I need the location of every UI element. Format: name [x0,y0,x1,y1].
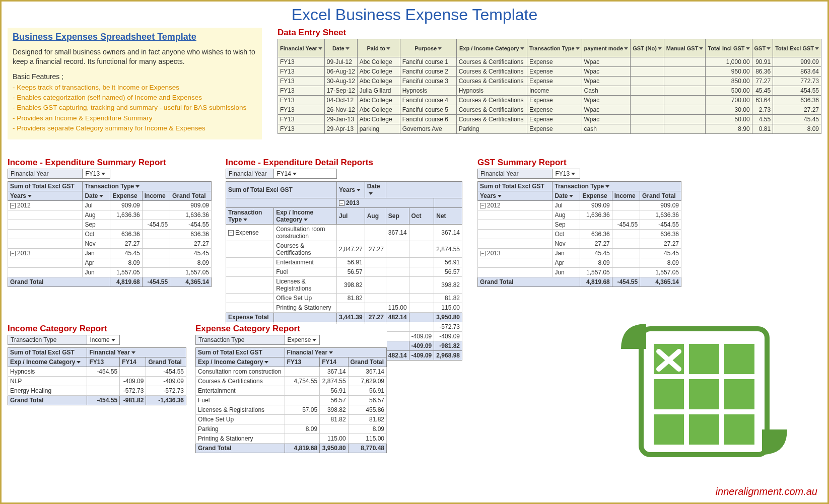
cell[interactable]: Courses & Certifications [456,105,527,115]
dropdown-icon[interactable] [131,351,135,354]
cell[interactable]: 30-Aug-12 [324,77,357,86]
cell[interactable]: Governors Ave [400,124,456,134]
filter-icon[interactable] [318,47,322,50]
cat-label[interactable]: Exp / Income Category [274,208,337,225]
dropdown-icon[interactable] [304,219,308,221]
cell[interactable]: Abc College [357,57,400,67]
tt-value[interactable]: Income [87,335,120,345]
cell[interactable]: 17-Sep-12 [324,86,357,96]
col-incl[interactable]: Total Incl GST [706,39,752,57]
cell[interactable]: Courses & Certifications [456,67,527,77]
cell[interactable] [631,105,664,115]
cell[interactable]: FY13 [278,77,325,86]
dropdown-icon[interactable] [569,195,573,197]
cell[interactable]: FY13 [278,86,325,96]
cell[interactable]: 09-Jul-12 [324,57,357,67]
dropdown-icon[interactable] [369,192,373,195]
cell[interactable]: 950.00 [706,67,752,77]
cell[interactable] [664,67,706,77]
cell[interactable]: Fanciful course 2 [400,67,456,77]
cat-label[interactable]: Exp / Income Category [196,357,285,367]
cell[interactable] [664,115,706,124]
col-years[interactable]: Years [8,191,83,201]
col-excl[interactable]: Total Excl GST [773,39,821,57]
cell[interactable]: 863.64 [773,67,821,77]
dropdown-icon[interactable] [135,185,140,188]
cell[interactable] [664,124,706,134]
collapse-icon[interactable]: − [10,251,16,256]
cell[interactable]: 1,000.00 [706,57,752,67]
cell[interactable]: 29-Jan-13 [324,115,357,124]
cell[interactable]: Abc College [357,105,400,115]
cell[interactable]: 2.73 [752,105,773,115]
dropdown-icon[interactable] [312,339,316,341]
cell[interactable]: 27.27 [773,105,821,115]
cell[interactable]: FY13 [278,96,325,105]
filter-icon[interactable] [576,47,580,50]
cell[interactable] [664,96,706,105]
cell[interactable]: Courses & Certifications [456,115,527,124]
dropdown-icon[interactable] [243,219,247,221]
cell[interactable]: Fanciful course 6 [400,115,456,124]
filter-icon[interactable] [699,47,703,50]
cell[interactable]: 04-Oct-12 [324,96,357,105]
cell[interactable]: Fanciful course 3 [400,77,456,86]
cell[interactable]: 77.27 [752,77,773,86]
date-label[interactable]: Date [365,182,386,198]
cell[interactable]: 50.00 [706,115,752,124]
cell[interactable]: FY13 [278,105,325,115]
tt-label[interactable]: Transaction Type [83,182,212,191]
col-mgst[interactable]: Manual GST [664,39,706,57]
cell[interactable]: Income [527,86,582,96]
cell[interactable] [664,77,706,86]
cell[interactable]: Hypnosis [400,86,456,96]
cell[interactable] [631,57,664,67]
cell[interactable]: 772.73 [773,77,821,86]
collapse-icon[interactable]: − [10,203,16,208]
cell[interactable]: 86.36 [752,67,773,77]
dropdown-icon[interactable] [77,361,81,364]
filter-icon[interactable] [386,47,390,50]
cell[interactable]: Abc College [357,77,400,86]
cell[interactable]: Wpac [582,96,631,105]
cell[interactable]: Expense [527,77,582,86]
cell[interactable]: Wpac [582,67,631,77]
fy-label[interactable]: Financial Year [285,348,386,357]
cell[interactable] [631,115,664,124]
cell[interactable]: 45.45 [773,115,821,124]
dropdown-icon[interactable] [28,195,32,197]
cell[interactable]: 850.00 [706,77,752,86]
cell[interactable]: Abc College [357,115,400,124]
col-purpose[interactable]: Purpose [400,39,456,57]
cell[interactable]: FY13 [278,67,325,77]
cell[interactable] [631,124,664,134]
cell[interactable]: 90.91 [752,57,773,67]
col-gst[interactable]: GST [752,39,773,57]
cell[interactable]: 26-Nov-12 [324,105,357,115]
filter-icon[interactable] [815,47,819,50]
cell[interactable]: Abc College [357,96,400,105]
dropdown-icon[interactable] [293,173,297,175]
filter-value[interactable]: FY13 [83,169,110,179]
cell[interactable]: 454.55 [773,86,821,96]
cell[interactable]: Parking [456,124,527,134]
cell[interactable]: Courses & Certifications [456,96,527,105]
dropdown-icon[interactable] [329,351,333,354]
cell[interactable] [664,105,706,115]
dropdown-icon[interactable] [357,189,361,191]
collapse-icon[interactable]: − [480,251,486,256]
cell[interactable] [664,57,706,67]
cell[interactable]: Courses & Certifications [456,57,527,67]
cell[interactable]: Wpac [582,105,631,115]
cell[interactable]: 30.00 [706,105,752,115]
cell[interactable]: 909.09 [773,57,821,67]
tt-label[interactable]: Transaction Type [552,182,681,191]
cell[interactable]: Fanciful course 5 [400,105,456,115]
cell[interactable]: Cash [582,86,631,96]
filter-value[interactable]: FY13 [552,169,580,179]
cell[interactable]: Wpac [582,115,631,124]
filter-icon[interactable] [438,47,442,50]
dropdown-icon[interactable] [99,195,103,197]
cell[interactable]: 8.90 [706,124,752,134]
filter-icon[interactable] [520,47,524,50]
